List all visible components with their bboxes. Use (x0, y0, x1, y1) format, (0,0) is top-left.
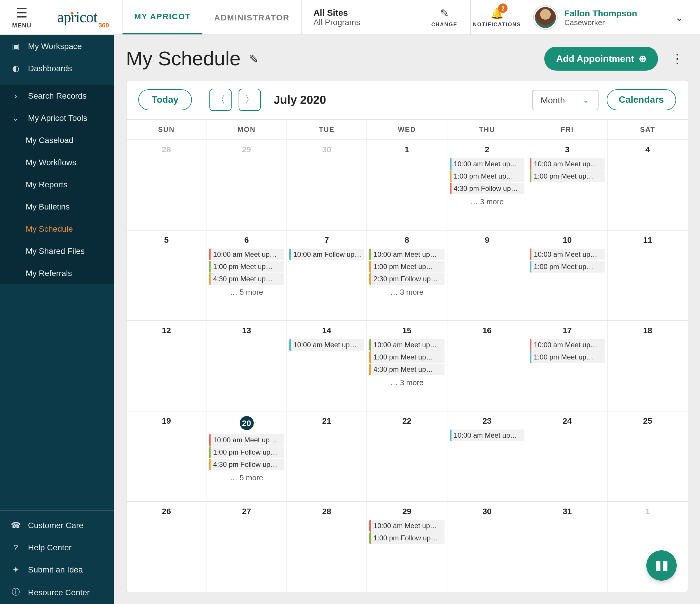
calendars-button[interactable]: Calendars (606, 89, 676, 110)
add-appointment-button[interactable]: Add Appointment ⊕ (545, 47, 658, 71)
day-cell[interactable]: 1 (607, 502, 688, 592)
calendar-event[interactable]: 1:00 pm Follow up… (370, 532, 445, 544)
sidebar-item-my-shared-files[interactable]: My Shared Files (0, 240, 114, 262)
chat-fab[interactable]: ▮▮ (646, 550, 677, 581)
day-cell[interactable]: 31 (527, 502, 607, 592)
more-events-link[interactable]: … 5 more (208, 285, 285, 299)
calendar-event[interactable]: 10:00 am Meet up… (370, 520, 445, 532)
event-text: 10:00 am Meet up… (531, 340, 599, 350)
day-cell[interactable]: 13 (207, 321, 287, 411)
sidebar-item-my-reports[interactable]: My Reports (0, 173, 114, 195)
calendar-event[interactable]: 2:30 pm Follow up… (370, 273, 445, 285)
sidebar-item-search-records[interactable]: ›Search Records (0, 84, 114, 107)
day-cell[interactable]: 810:00 am Meet up…1:00 pm Meet up…2:30 p… (367, 231, 447, 320)
day-cell[interactable]: 26 (127, 502, 207, 592)
day-cell[interactable]: 27 (207, 502, 287, 592)
more-events-link[interactable]: … 3 more (368, 285, 446, 299)
sidebar-item-my-apricot-tools[interactable]: ⌄My Apricot Tools (0, 107, 114, 129)
sidebar-item-submit-an-idea[interactable]: ✦Submit an Idea (0, 558, 114, 581)
calendar-event[interactable]: 10:00 am Meet up… (209, 249, 284, 260)
day-cell[interactable]: 1510:00 am Meet up…1:00 pm Meet up…4:30 … (367, 321, 447, 411)
calendar-event[interactable]: 10:00 am Meet up… (449, 158, 524, 170)
day-cell[interactable]: 610:00 am Meet up…1:00 pm Meet up…4:30 p… (207, 231, 287, 320)
topnav-administrator[interactable]: ADMINISTRATOR (202, 0, 301, 34)
day-cell[interactable]: 1 (367, 140, 447, 230)
day-cell[interactable]: 28 (287, 502, 367, 592)
calendar-event[interactable]: 10:00 am Meet up… (209, 434, 284, 446)
menu-button[interactable]: ☰ MENU (0, 0, 44, 34)
day-cell[interactable]: 11 (607, 231, 688, 320)
sidebar-item-customer-care[interactable]: ☎Customer Care (0, 514, 114, 536)
calendar-event[interactable]: 1:00 pm Meet up… (370, 351, 445, 363)
day-cell[interactable]: 710:00 am Follow up… (287, 231, 367, 320)
calendar-event[interactable]: 10:00 am Follow up… (289, 249, 364, 260)
day-cell[interactable]: 16 (447, 321, 527, 411)
notifications-button[interactable]: 🔔 2 NOTIFICATIONS (471, 0, 523, 34)
day-cell[interactable]: 210:00 am Meet up…1:00 pm Meet up…4:30 p… (447, 140, 527, 230)
day-cell[interactable]: 2010:00 am Meet up…1:00 pm Follow up…4:3… (207, 411, 287, 501)
calendar-event[interactable]: 10:00 am Meet up… (530, 339, 605, 351)
calendar-event[interactable]: 1:00 pm Meet up… (449, 170, 524, 182)
day-cell[interactable]: 24 (527, 411, 607, 501)
day-cell[interactable]: 2310:00 am Meet up… (447, 411, 527, 501)
day-cell[interactable]: 21 (287, 411, 367, 501)
day-cell[interactable]: 310:00 am Meet up…1:00 pm Meet up… (527, 140, 607, 230)
sidebar-item-my-schedule[interactable]: My Schedule (0, 218, 114, 240)
day-cell[interactable]: 25 (607, 411, 688, 501)
calendar-event[interactable]: 4:30 pm Meet up… (209, 273, 284, 285)
calendar-event[interactable]: 4:30 pm Follow up… (449, 183, 524, 194)
calendar-event[interactable]: 10:00 am Meet up… (370, 339, 445, 351)
user-menu[interactable]: Fallon Thompson Caseworker ⌄ (523, 0, 700, 34)
day-cell[interactable]: 28 (127, 140, 207, 230)
sidebar-item-resource-center[interactable]: ⓘResource Center (0, 581, 114, 604)
day-cell[interactable]: 18 (607, 321, 688, 411)
more-events-link[interactable]: … 3 more (368, 376, 446, 389)
day-cell[interactable]: 9 (447, 231, 527, 320)
day-cell[interactable]: 19 (127, 411, 207, 501)
day-cell[interactable]: 2910:00 am Meet up…1:00 pm Follow up… (367, 502, 447, 592)
calendar-event[interactable]: 10:00 am Meet up… (370, 249, 445, 260)
sidebar-item-my-referrals[interactable]: My Referrals (0, 262, 114, 284)
more-actions-button[interactable]: ⋮ (666, 49, 688, 69)
prev-month-button[interactable]: 〈 (209, 89, 231, 111)
context-selector[interactable]: All Sites All Programs (301, 0, 418, 34)
sidebar-item-help-center[interactable]: ?Help Center (0, 536, 114, 558)
calendar-event[interactable]: 10:00 am Meet up… (530, 158, 605, 170)
sidebar-item-my-caseload[interactable]: My Caseload (0, 129, 114, 151)
calendar-event[interactable]: 1:00 pm Meet up… (370, 261, 445, 272)
calendar-event[interactable]: 10:00 am Meet up… (289, 339, 364, 351)
calendar-event[interactable]: 1:00 pm Meet up… (530, 351, 605, 363)
calendar-event[interactable]: 4:30 pm Meet up… (370, 364, 445, 375)
sidebar-item-my-bulletins[interactable]: My Bulletins (0, 195, 114, 218)
view-select[interactable]: Month ⌄ (532, 90, 598, 110)
day-cell[interactable]: 12 (127, 321, 207, 411)
sidebar-item-label: Dashboards (28, 64, 72, 73)
day-cell[interactable]: 1010:00 am Meet up…1:00 pm Meet up… (527, 231, 607, 320)
calendar-event[interactable]: 1:00 pm Meet up… (530, 170, 605, 182)
day-cell[interactable]: 30 (447, 502, 527, 592)
more-events-link[interactable]: … 5 more (208, 471, 285, 484)
calendar-event[interactable]: 10:00 am Meet up… (530, 249, 605, 260)
edit-title-button[interactable]: ✎ (249, 52, 259, 66)
calendar-event[interactable]: 4:30 pm Follow up… (209, 459, 284, 470)
sidebar-item-dashboards[interactable]: ◐Dashboards (0, 57, 114, 79)
day-cell[interactable]: 1410:00 am Meet up… (287, 321, 367, 411)
today-button[interactable]: Today (138, 89, 192, 110)
day-cell[interactable]: 29 (207, 140, 287, 230)
day-cell[interactable]: 30 (287, 140, 367, 230)
more-events-link[interactable]: … 3 more (448, 195, 526, 208)
topnav-my-apricot[interactable]: MY APRICOT (123, 0, 202, 34)
calendar-event[interactable]: 1:00 pm Follow up… (209, 446, 284, 458)
calendar-event[interactable]: 1:00 pm Meet up… (209, 261, 284, 272)
sidebar-item-my-workspace[interactable]: ▣My Workspace (0, 35, 114, 57)
logo[interactable]: apricot 360 (44, 0, 123, 34)
calendar-event[interactable]: 10:00 am Meet up… (449, 430, 524, 441)
day-cell[interactable]: 1710:00 am Meet up…1:00 pm Meet up… (527, 321, 607, 411)
day-cell[interactable]: 22 (367, 411, 447, 501)
change-button[interactable]: ✎ CHANGE (418, 0, 471, 34)
calendar-event[interactable]: 1:00 pm Meet up… (530, 261, 605, 272)
day-cell[interactable]: 5 (127, 231, 207, 320)
day-cell[interactable]: 4 (607, 140, 688, 230)
next-month-button[interactable]: 〉 (239, 89, 261, 111)
sidebar-item-my-workflows[interactable]: My Workflows (0, 151, 114, 173)
